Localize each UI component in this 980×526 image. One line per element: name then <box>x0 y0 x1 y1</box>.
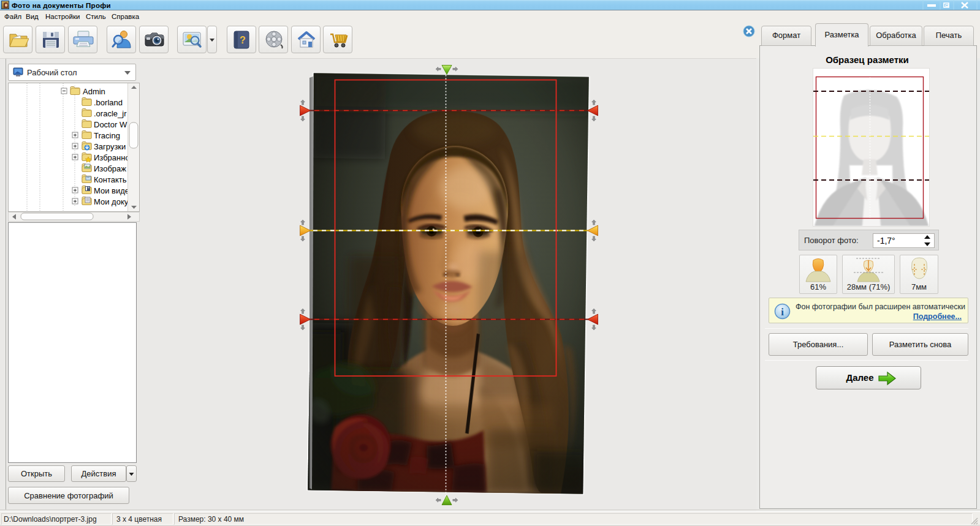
svg-text:.borland: .borland <box>94 98 123 107</box>
svg-text:Admin: Admin <box>83 87 105 96</box>
svg-text:Загрузки: Загрузки <box>94 142 126 151</box>
svg-text:Изображ: Изображ <box>94 164 126 173</box>
svg-text:Tracing: Tracing <box>94 131 120 140</box>
svg-text:Избранно: Избранно <box>94 153 130 162</box>
svg-text:Мои доку: Мои доку <box>94 197 129 206</box>
svg-text:Doctor W: Doctor W <box>94 120 127 129</box>
svg-text:Контакть: Контакть <box>94 175 127 184</box>
svg-text:.oracle_jr: .oracle_jr <box>94 109 127 118</box>
svg-text:i: i <box>781 306 784 318</box>
svg-text:Мои виде: Мои виде <box>94 186 129 195</box>
svg-text:?: ? <box>240 35 246 45</box>
